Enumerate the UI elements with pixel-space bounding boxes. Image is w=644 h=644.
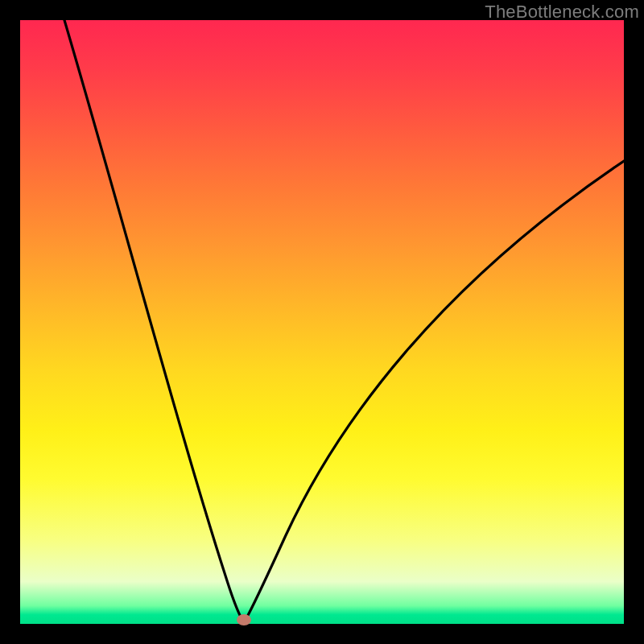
watermark-text: TheBottleneck.com <box>485 2 639 23</box>
bottleneck-curve <box>20 20 624 624</box>
chart-frame: TheBottleneck.com <box>0 0 644 644</box>
plot-area <box>20 20 624 624</box>
curve-path <box>64 20 624 622</box>
optimal-point-marker <box>237 614 251 625</box>
